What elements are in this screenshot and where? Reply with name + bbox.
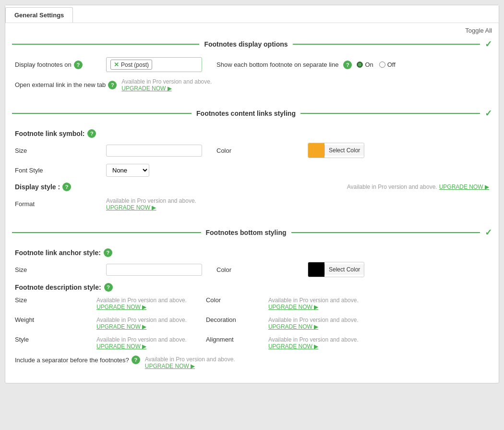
label-size: Size [15, 147, 101, 154]
label-desc-decoration: Decoration [206, 316, 264, 323]
tag-input-display-footnotes[interactable]: ✕ Post (post) [106, 57, 202, 72]
help-show-bottom-footnote[interactable]: ? [343, 61, 352, 69]
show-bottom-footnote-label: Show each bottom footnote on separate li… [216, 61, 338, 68]
section-header-bottom-styling: Footnotes bottom styling ✓ [5, 224, 499, 241]
input-anchor-size[interactable] [106, 264, 202, 276]
pro-link-desc-size[interactable]: UPGRADE NOW ▶ [96, 304, 187, 310]
pro-text-desc-decoration: Available in Pro version and above. [268, 317, 359, 323]
label-anchor-size: Size [15, 266, 101, 273]
section-content-footnotes-display: Display footnotes on ? ✕ Post (post) Sho… [5, 52, 499, 105]
row-size-color: Size Color Select Color [15, 143, 489, 158]
row-display-footnotes-on: Display footnotes on ? ✕ Post (post) Sho… [15, 57, 489, 72]
section-content-links-styling: Footnote link symbol: ? Size Color Selec… [5, 122, 499, 224]
label-include-separator: Include a separator before the footnotes… [15, 356, 140, 364]
label-format: Format [15, 200, 101, 208]
label-desc-style: Style [15, 336, 92, 343]
pro-link-desc-style[interactable]: UPGRADE NOW ▶ [96, 343, 187, 350]
section-title-footnotes-display: Footnotes display options [204, 40, 288, 48]
pro-text-desc-alignment: Available in Pro version and above. [268, 336, 359, 343]
help-display-footnotes-on[interactable]: ? [74, 61, 83, 69]
color-btn-anchor[interactable]: Select Color [308, 262, 364, 277]
subsection-footnote-desc-style: Footnote description style: ? [15, 283, 489, 292]
label-display-style: Display style : ? [15, 183, 101, 191]
color-swatch-link-symbol [308, 143, 324, 158]
label-display-footnotes-on: Display footnotes on ? [15, 61, 101, 69]
pro-text-desc-weight: Available in Pro version and above. [96, 317, 187, 323]
section-content-bottom-styling: Footnote link anchor style: ? Size Color… [5, 241, 499, 383]
toggle-all-link[interactable]: Toggle All [465, 27, 492, 34]
section-chevron-bottom-styling[interactable]: ✓ [485, 227, 492, 238]
pro-link-format[interactable]: UPGRADE NOW ▶ [106, 204, 196, 211]
subsection-footnote-link-symbol: Footnote link symbol: ? [15, 129, 489, 138]
section-chevron-content-links[interactable]: ✓ [485, 108, 492, 119]
row-format: Format Available in Pro version and abov… [15, 197, 489, 211]
color-btn-label-link-symbol: Select Color [324, 145, 364, 156]
input-size[interactable] [106, 145, 202, 157]
color-swatch-anchor [308, 262, 324, 277]
pro-link-desc-weight[interactable]: UPGRADE NOW ▶ [96, 323, 187, 330]
radio-off[interactable]: Off [379, 61, 396, 68]
help-include-separator[interactable]: ? [132, 356, 140, 364]
pro-text-desc-size: Available in Pro version and above. [96, 297, 187, 304]
help-anchor-style[interactable]: ? [104, 248, 112, 257]
pro-text-desc-style: Available in Pro version and above. [96, 336, 187, 343]
label-desc-alignment: Alignment [206, 336, 264, 343]
radio-on[interactable]: On [357, 61, 373, 68]
select-font-style[interactable]: None Normal Italic Bold [106, 164, 149, 177]
pro-text-open-external: Available in Pro version and above. [121, 78, 212, 85]
radio-input-off[interactable] [379, 61, 385, 68]
row-font-style: Font Style None Normal Italic Bold [15, 164, 489, 177]
section-title-bottom-styling: Footnotes bottom styling [206, 229, 287, 236]
section-line-left-2 [12, 113, 192, 114]
pro-link-include-separator[interactable]: UPGRADE NOW ▶ [145, 363, 235, 369]
help-footnote-link-symbol[interactable]: ? [87, 129, 96, 138]
label-anchor-color: Color [216, 266, 303, 273]
section-header-footnotes-display: Footnotes display options ✓ [5, 36, 499, 52]
section-line-left [12, 44, 199, 45]
pro-link-display-style-inline[interactable]: UPGRADE NOW ▶ [439, 184, 489, 190]
color-btn-label-anchor: Select Color [324, 264, 364, 275]
pro-text-desc-color: Available in Pro version and above. [268, 297, 359, 304]
tag-post: ✕ Post (post) [110, 60, 152, 70]
section-header-content-links: Footnotes content links styling ✓ [5, 105, 499, 122]
section-line-right-3 [291, 232, 480, 233]
pro-link-desc-decoration[interactable]: UPGRADE NOW ▶ [268, 323, 359, 330]
pro-text-include-separator: Available in Pro version and above. [145, 356, 235, 363]
pro-text-display-style-inline: Available in Pro version and above. [347, 184, 437, 190]
help-open-external-link[interactable]: ? [108, 81, 117, 89]
pro-link-desc-color[interactable]: UPGRADE NOW ▶ [268, 304, 359, 310]
radio-group-on-off: On Off [357, 61, 395, 68]
pro-link-open-external[interactable]: UPGRADE NOW ▶ [121, 85, 212, 92]
section-line-right [293, 44, 480, 45]
label-desc-size: Size [15, 296, 92, 304]
pro-link-desc-alignment[interactable]: UPGRADE NOW ▶ [268, 343, 359, 350]
row-desc-size-color: Size Available in Pro version and above.… [15, 296, 489, 310]
section-line-right-2 [300, 113, 480, 114]
label-color: Color [216, 147, 303, 154]
row-include-separator: Include a separator before the footnotes… [15, 356, 489, 369]
label-font-style: Font Style [15, 167, 101, 174]
help-display-style[interactable]: ? [62, 183, 71, 191]
section-chevron-footnotes-display[interactable]: ✓ [485, 39, 492, 49]
tab-general-settings[interactable]: General Settings [5, 7, 73, 23]
color-btn-link-symbol[interactable]: Select Color [308, 143, 364, 158]
section-line-left-3 [12, 232, 201, 233]
pro-text-format: Available in Pro version and above. [106, 197, 196, 204]
label-desc-weight: Weight [15, 316, 92, 323]
subsection-footnote-anchor-style: Footnote link anchor style: ? [15, 248, 489, 257]
row-open-external-link: Open external link in the new tab ? Avai… [15, 78, 489, 92]
label-open-external-link: Open external link in the new tab ? [15, 81, 117, 89]
section-title-content-links: Footnotes content links styling [196, 110, 296, 117]
label-desc-color: Color [206, 296, 264, 304]
row-desc-style-alignment: Style Available in Pro version and above… [15, 336, 489, 350]
help-desc-style[interactable]: ? [104, 283, 113, 292]
row-display-style: Display style : ? Available in Pro versi… [15, 183, 489, 191]
row-desc-weight-decoration: Weight Available in Pro version and abov… [15, 316, 489, 330]
row-anchor-size-color: Size Color Select Color [15, 262, 489, 277]
tag-close-post[interactable]: ✕ [114, 61, 119, 68]
radio-input-on[interactable] [357, 61, 363, 68]
